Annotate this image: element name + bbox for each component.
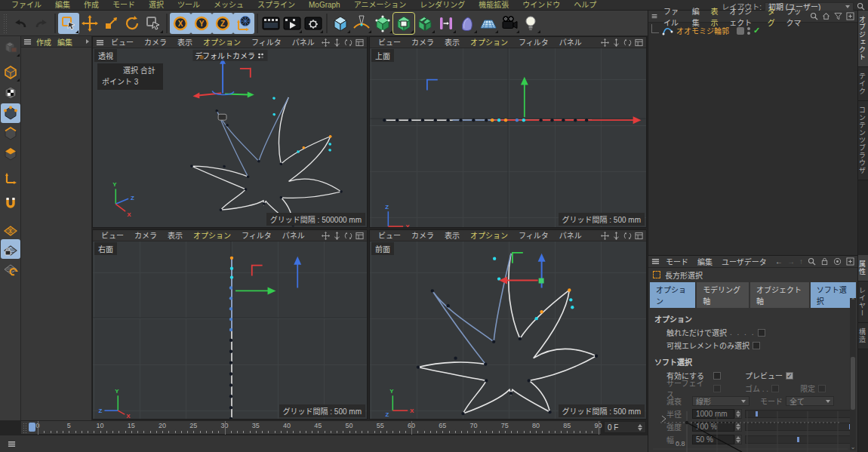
spline-point[interactable] — [417, 365, 420, 368]
menu-item[interactable]: カメラ — [406, 37, 439, 48]
menu-item[interactable]: MoGraph — [302, 0, 347, 11]
spline-point[interactable] — [329, 135, 332, 138]
menu-item[interactable]: スプライン — [251, 0, 302, 11]
viewport-top-canvas[interactable]: 上面 Z X グリッド間隔 : 500 mm — [370, 48, 646, 227]
visibility-toggles[interactable] — [747, 27, 750, 35]
menu-item[interactable]: 作成 — [33, 36, 54, 48]
viewport-right-canvas[interactable]: 右面 Y Z X グリッド間隔 : 500 mm — [93, 241, 367, 419]
rotate-view-icon[interactable] — [623, 38, 632, 47]
spline-point[interactable] — [509, 392, 512, 395]
spline-point[interactable] — [569, 298, 572, 301]
menu-item[interactable]: レンダリング — [413, 0, 472, 11]
spline-point[interactable] — [272, 97, 275, 100]
menu-item[interactable]: ファイル — [659, 5, 688, 28]
spline-point[interactable] — [562, 118, 565, 121]
back-icon[interactable]: ← — [775, 257, 783, 266]
menu-item[interactable]: オプション — [198, 37, 246, 48]
spline-point[interactable] — [485, 379, 488, 382]
spline-point[interactable] — [528, 379, 531, 382]
search-icon[interactable] — [857, 2, 865, 11]
spline-point[interactable] — [434, 118, 437, 121]
fracture-generator-button[interactable] — [414, 13, 436, 34]
menu-item[interactable]: フィルタ — [513, 230, 554, 241]
floor-button[interactable] — [478, 13, 499, 34]
panel-tab[interactable]: テイク — [858, 67, 868, 101]
menu-icon[interactable] — [651, 257, 660, 266]
spline-point[interactable] — [493, 257, 496, 260]
menu-item[interactable]: ユーザデータ — [717, 256, 771, 267]
scale-tool-button[interactable] — [100, 13, 122, 34]
texture-mode-button[interactable] — [1, 83, 20, 103]
menu-item[interactable]: ツール — [171, 0, 207, 11]
spline-point[interactable] — [229, 318, 232, 321]
object-row[interactable]: オオモミジ輪郭 ✓ — [648, 24, 857, 37]
spline-point[interactable] — [585, 118, 588, 121]
maximize-view-icon[interactable] — [356, 38, 364, 47]
move-tool-button[interactable] — [79, 13, 100, 34]
viewport-perspective[interactable]: ビューカメラ表示オプションフィルタパネル 透視 デフォルトカメラ 選択 合計 ポ… — [92, 36, 368, 228]
spline-generator-button[interactable] — [393, 13, 414, 34]
spline-point[interactable] — [229, 395, 232, 398]
menu-item[interactable]: ファイル — [5, 0, 48, 11]
menu-item[interactable]: パネル — [287, 37, 320, 48]
touch-select-checkbox[interactable] — [758, 329, 765, 337]
menu-item[interactable]: カメラ — [139, 37, 172, 48]
spline-point[interactable] — [229, 372, 232, 375]
spline-point[interactable] — [497, 118, 500, 121]
menu-item[interactable]: アニメーション — [347, 0, 414, 11]
falloff-curve-editor[interactable]: 0.8 — [653, 411, 848, 452]
scroll-up-icon[interactable]: ⌃ — [851, 298, 856, 304]
viewport-perspective-canvas[interactable]: 透視 デフォルトカメラ 選択 合計 ポイント 3 — [93, 48, 367, 227]
menu-item[interactable]: ビュー — [373, 230, 406, 241]
spline-point[interactable] — [230, 267, 233, 270]
menu-item[interactable]: モード — [106, 0, 142, 11]
spline-point[interactable] — [396, 118, 399, 121]
move-gizmo[interactable] — [427, 77, 642, 124]
menu-icon[interactable] — [23, 38, 32, 46]
attribute-tab[interactable]: ソフト選択 — [811, 282, 856, 308]
maximize-view-icon[interactable] — [635, 232, 643, 240]
menu-item[interactable]: 作成 — [77, 0, 106, 11]
timeline-grip[interactable] — [23, 423, 27, 433]
planar-workplane-button[interactable] — [1, 260, 20, 279]
menu-item[interactable]: パネル — [554, 37, 587, 48]
menu-item[interactable]: 編集 — [688, 5, 706, 28]
timeline-frame-label[interactable]: 5 — [67, 422, 71, 429]
viewport-front-canvas[interactable]: 前面 Y X Z グリッド間隔 : 500 mm — [370, 241, 646, 419]
menu-icon[interactable] — [96, 38, 104, 47]
add-panel-icon[interactable] — [846, 257, 854, 266]
spline-point[interactable] — [485, 118, 488, 121]
spline-point[interactable] — [472, 118, 475, 121]
menu-item[interactable]: フィルタ — [246, 37, 287, 48]
falloff-dropdown[interactable]: 線形 — [692, 396, 749, 406]
falloff-curve[interactable] — [687, 423, 742, 452]
timeline-frame-label[interactable]: 35 — [252, 422, 260, 429]
spline-point[interactable] — [454, 357, 457, 360]
attribute-scrollbar[interactable]: ⌃ ⌄ — [850, 298, 856, 450]
undo-button[interactable] — [10, 13, 31, 34]
spline-point[interactable] — [215, 109, 218, 112]
spline-point[interactable] — [190, 165, 193, 168]
menu-item[interactable]: タグ — [763, 5, 782, 28]
forward-icon[interactable]: → — [787, 257, 795, 266]
menu-item[interactable]: ヘルプ — [567, 0, 603, 11]
camera-button[interactable] — [499, 13, 520, 34]
menu-item[interactable]: 表示 — [162, 230, 188, 241]
spline-point[interactable] — [595, 355, 598, 358]
menu-item[interactable]: パネル — [277, 230, 310, 241]
camera-label[interactable]: デフォルトカメラ — [192, 50, 267, 61]
dolly-view-icon[interactable] — [612, 38, 620, 47]
gizmo-plane-center[interactable] — [539, 278, 544, 284]
menu-item[interactable]: フィルタ — [513, 37, 554, 48]
enable-checkbox[interactable] — [713, 372, 721, 380]
timeline-frame-label[interactable]: 20 — [159, 422, 166, 429]
spline-point[interactable] — [272, 113, 275, 116]
workplane-button[interactable] — [1, 219, 20, 238]
make-editable-button[interactable] — [1, 38, 20, 57]
spline-pen-button[interactable] — [351, 13, 372, 34]
panel-tab[interactable]: コンテンツブラウザ — [858, 101, 868, 180]
enabled-toggle[interactable]: ✓ — [753, 26, 760, 35]
spline-point[interactable] — [328, 143, 331, 146]
menu-item[interactable]: オプション — [465, 230, 513, 241]
spline-point[interactable] — [504, 118, 507, 121]
